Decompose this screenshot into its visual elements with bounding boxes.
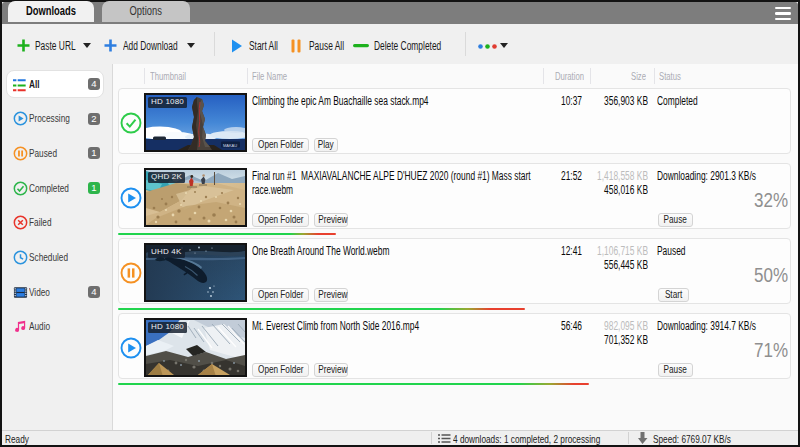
svg-text:MAKAU: MAKAU <box>223 143 237 148</box>
